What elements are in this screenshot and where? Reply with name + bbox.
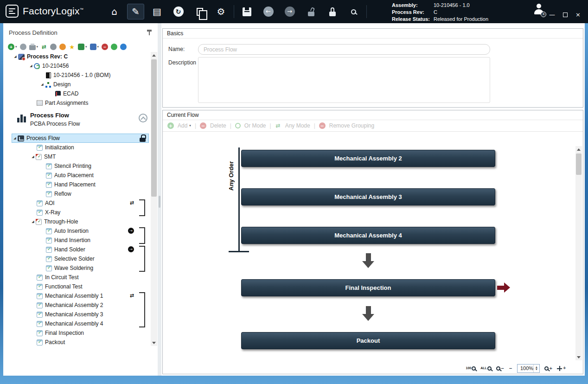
tree-item-mechanical-assembly-2[interactable]: Mechanical Assembly 2 [3, 301, 150, 310]
scroll-up-icon[interactable] [575, 146, 582, 153]
tree-item-wave-soldering[interactable]: Wave Soldering [3, 263, 150, 273]
tree-scrollbar[interactable] [151, 52, 157, 346]
export-icon[interactable] [78, 44, 84, 50]
audit-search-button[interactable] [345, 4, 362, 19]
print-icon[interactable] [29, 45, 36, 50]
maximize-button[interactable] [563, 13, 568, 17]
zoom-all-button[interactable]: ALL [480, 366, 492, 371]
tree-item-mechanical-assembly-4[interactable]: Mechanical Assembly 4 [3, 319, 150, 328]
close-button[interactable]: × [575, 11, 581, 18]
tree-item-initialization[interactable]: Initialization [3, 143, 150, 152]
chemical-icon[interactable] [59, 44, 66, 50]
tree-item-smt[interactable]: ◢SMT [3, 152, 150, 161]
microscope-icon[interactable] [50, 44, 57, 50]
pin-icon[interactable] [147, 30, 152, 35]
process-definition-button[interactable]: ✎ [127, 4, 144, 19]
favorites-icon[interactable]: ★ [69, 44, 75, 50]
zoom-level-spinner[interactable]: 100% ▲ ▼ [517, 364, 540, 373]
panel-splitter[interactable] [158, 23, 161, 376]
tree-item-hand-insertion[interactable]: Hand Insertion [3, 236, 150, 245]
or-mode-button[interactable]: Or Mode [244, 122, 266, 129]
flow-node-packout[interactable]: Packout [241, 332, 495, 349]
scrollbar-thumb[interactable] [576, 154, 582, 175]
expander-icon[interactable]: ◢ [30, 155, 36, 159]
minimize-button[interactable]: — [549, 11, 555, 18]
expander-icon[interactable]: ◢ [28, 64, 34, 68]
name-input[interactable] [198, 44, 490, 55]
tree-item-mechanical-assembly-3[interactable]: Mechanical Assembly 3 [3, 310, 150, 319]
fit-selection-button[interactable]: + [557, 366, 566, 371]
save-button[interactable] [238, 4, 256, 19]
any-mode-button[interactable]: Any Mode [285, 122, 310, 129]
tree-item-part-assignments[interactable]: Part Assignments [3, 98, 150, 108]
user-account-button[interactable]: × [532, 4, 545, 16]
scroll-down-icon[interactable] [575, 354, 582, 360]
zoom-out-button[interactable]: − [496, 366, 505, 371]
documents-button[interactable]: ▤ [148, 4, 166, 19]
scroll-up-icon[interactable] [151, 52, 157, 58]
delete-button[interactable]: Delete [210, 122, 226, 129]
scroll-down-icon[interactable] [151, 339, 157, 346]
copy-pages-button[interactable] [191, 4, 208, 19]
info-icon[interactable] [120, 44, 127, 50]
settings-button[interactable]: ⚙ [212, 4, 230, 19]
tree-item-stencil-printing[interactable]: Stencil Printing [3, 161, 150, 171]
sync-icon[interactable]: ⇄ [41, 44, 47, 50]
lock-button[interactable] [324, 4, 341, 19]
canvas-scrollbar[interactable] [575, 146, 582, 360]
flow-node-mechanical-assembly-3[interactable]: Mechanical Assembly 3 [241, 188, 495, 205]
tree-item-design[interactable]: ◢ Design [3, 80, 150, 89]
expander-icon[interactable]: ◢ [30, 220, 36, 224]
tree-item-bom[interactable]: 10-210456 - 1.0 (BOM) [3, 70, 150, 80]
expander-icon[interactable]: ◢ [12, 136, 18, 140]
link-icon[interactable] [20, 44, 26, 50]
tree-item-label: Packout [45, 339, 65, 346]
tree-item-ecad[interactable]: ECAD [3, 89, 150, 98]
tree-item-assembly[interactable]: ◢ 10-210456 [3, 61, 150, 70]
print-caret-icon[interactable]: ▾ [37, 45, 38, 49]
import-caret-icon[interactable]: ▾ [97, 45, 99, 49]
import-icon[interactable] [90, 44, 96, 50]
tree-item-selective-solder[interactable]: Selective Solder [3, 254, 150, 263]
tree-item-through-hole[interactable]: ◢Through-Hole [3, 217, 150, 226]
remove-icon[interactable]: − [102, 44, 108, 50]
remove-grouping-button[interactable]: Remove Grouping [329, 122, 374, 129]
zoom-100-button[interactable]: 100 [466, 366, 476, 371]
description-input[interactable] [198, 57, 490, 103]
home-button[interactable]: ⌂ [106, 4, 123, 19]
sync-button[interactable]: ↻ [170, 4, 187, 19]
tree-item-x-ray[interactable]: X-Ray [3, 208, 150, 217]
flow-node-mechanical-assembly-2[interactable]: Mechanical Assembly 2 [241, 150, 495, 167]
add-caret-icon[interactable]: ▾ [189, 124, 191, 128]
flow-node-mechanical-assembly-4[interactable]: Mechanical Assembly 4 [241, 227, 495, 244]
tree-item-packout[interactable]: Packout [3, 338, 150, 347]
tree-item-in-circuit-test[interactable]: In Circuit Test [3, 273, 150, 282]
refresh-green-icon[interactable] [111, 44, 117, 50]
collapse-section-icon[interactable] [139, 114, 147, 122]
tree-item-hand-placement[interactable]: Hand Placement [3, 180, 150, 189]
spinner-down-icon[interactable]: ▼ [536, 368, 537, 371]
tree-item-mechanical-assembly-1[interactable]: Mechanical Assembly 1 [3, 291, 150, 301]
tree-item-final-inspection[interactable]: Final Inspection [3, 328, 150, 338]
tree-item-aoi[interactable]: AOI [3, 198, 150, 208]
add-button[interactable]: Add [178, 122, 187, 129]
flow-node-final-inspection[interactable]: Final Inspection [241, 279, 495, 296]
forward-button[interactable]: → [281, 4, 298, 19]
unlock-button[interactable] [302, 4, 320, 19]
tree-item-process-flow-root[interactable]: ◢ Process Flow [12, 134, 149, 143]
back-button[interactable]: ← [260, 4, 277, 19]
add-caret-icon[interactable]: ▾ [15, 45, 17, 49]
tree-item-reflow[interactable]: Reflow [3, 189, 150, 198]
zoom-out-small-button[interactable]: − [509, 366, 512, 371]
expander-icon[interactable]: ◢ [39, 83, 45, 86]
expander-icon[interactable]: ◢ [13, 55, 18, 58]
tree-item-auto-placement[interactable]: Auto Placement [3, 171, 150, 180]
add-operation-icon[interactable]: + [8, 44, 14, 50]
scrollbar-thumb[interactable] [151, 59, 157, 197]
flow-canvas[interactable]: Any Order Mechanical Assembly 2 Mechanic… [163, 132, 583, 364]
tree-item-functional-test[interactable]: Functional Test [3, 282, 150, 291]
zoom-in-button[interactable]: + [544, 366, 553, 371]
splitter-grip[interactable] [159, 196, 160, 208]
tree-item-process-rev[interactable]: ◢ Process Rev: C [3, 52, 150, 61]
export-caret-icon[interactable]: ▾ [85, 45, 87, 49]
